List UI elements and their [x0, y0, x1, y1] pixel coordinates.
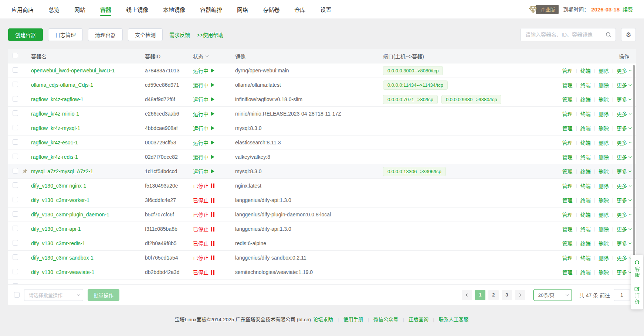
manage-link[interactable]: 管理 — [562, 211, 573, 218]
container-name-link[interactable]: ollama_cdjs-ollama_Cdjs-1 — [31, 82, 93, 88]
play-icon[interactable] — [211, 126, 214, 130]
nav-item-网站[interactable]: 网站 — [74, 0, 85, 18]
manage-link[interactable]: 管理 — [562, 225, 573, 233]
log-management-button[interactable]: 日志管理 — [48, 28, 83, 41]
terminal-link[interactable]: 终端 — [580, 139, 591, 146]
search-icon[interactable] — [601, 28, 616, 41]
more-link[interactable]: 更多 — [617, 182, 631, 189]
delete-link[interactable]: 删除 — [599, 182, 609, 189]
container-name-link[interactable]: dify_v130_c3mr-worker-1 — [31, 197, 89, 203]
terminal-link[interactable]: 终端 — [580, 211, 591, 218]
more-link[interactable]: 更多 — [617, 211, 631, 218]
terminal-link[interactable]: 终端 — [580, 225, 591, 233]
row-checkbox[interactable] — [13, 125, 18, 130]
search-input[interactable] — [521, 28, 601, 41]
row-checkbox[interactable] — [13, 182, 18, 188]
pause-icon[interactable] — [211, 270, 214, 275]
goto-page-input[interactable] — [614, 289, 630, 301]
container-name-link[interactable]: ragflow_kr4z-redis-1 — [31, 154, 78, 160]
manage-link[interactable]: 管理 — [562, 196, 573, 204]
customer-service-button[interactable]: 客服 — [634, 259, 641, 278]
footer-link[interactable]: 微信公众号 — [373, 317, 399, 322]
more-link[interactable]: 更多 — [617, 168, 631, 175]
page-button-1[interactable]: 1 — [475, 290, 485, 300]
page-size-select[interactable]: 20条/页 — [533, 289, 572, 301]
row-checkbox[interactable] — [13, 269, 18, 274]
pause-icon[interactable] — [211, 184, 214, 188]
feedback-link[interactable]: 需求反馈 — [169, 31, 190, 38]
delete-link[interactable]: 删除 — [599, 153, 609, 161]
more-link[interactable]: 更多 — [617, 153, 631, 161]
manage-link[interactable]: 管理 — [562, 268, 573, 276]
manage-link[interactable]: 管理 — [562, 96, 573, 103]
manage-link[interactable]: 管理 — [562, 283, 573, 284]
container-name-link[interactable]: dify_v130_c3mr-redis-1 — [31, 240, 85, 246]
gear-icon[interactable]: ⚙ — [621, 28, 636, 41]
row-checkbox[interactable] — [13, 197, 18, 202]
more-link[interactable]: 更多 — [617, 254, 631, 261]
row-checkbox[interactable] — [13, 254, 18, 260]
nav-item-线上镜像[interactable]: 线上镜像 — [126, 0, 148, 18]
page-button-3[interactable]: 3 — [502, 290, 512, 300]
nav-item-容器[interactable]: 容器 — [100, 0, 111, 18]
more-link[interactable]: 更多 — [617, 110, 631, 117]
play-icon[interactable] — [211, 68, 214, 73]
bulk-select-checkbox[interactable] — [14, 292, 20, 298]
container-name-link[interactable]: ragflow_kr4z-mysql-1 — [31, 125, 80, 131]
nav-item-设置[interactable]: 设置 — [320, 0, 331, 18]
terminal-link[interactable]: 终端 — [580, 67, 591, 74]
delete-link[interactable]: 删除 — [599, 81, 609, 89]
terminal-link[interactable]: 终端 — [580, 81, 591, 89]
create-container-button[interactable]: 创建容器 — [8, 28, 43, 41]
play-icon[interactable] — [211, 83, 214, 87]
delete-link[interactable]: 删除 — [599, 168, 609, 175]
page-button-2[interactable]: 2 — [488, 290, 499, 300]
pause-icon[interactable] — [211, 198, 214, 203]
container-name-link[interactable]: dify_v130_c3mr-api-1 — [31, 226, 81, 232]
play-icon[interactable] — [211, 140, 214, 145]
manage-link[interactable]: 管理 — [562, 124, 573, 132]
container-name-link[interactable]: ragflow_kr4z-minio-1 — [31, 111, 79, 117]
more-link[interactable]: 更多 — [617, 67, 631, 74]
select-all-checkbox[interactable] — [13, 53, 18, 58]
container-name-link[interactable]: ragflow_kr4z-es01-1 — [31, 140, 78, 145]
nav-item-本地镜像[interactable]: 本地镜像 — [163, 0, 185, 18]
container-name-link[interactable]: dify_v130_c3mr-nginx-1 — [31, 183, 86, 189]
row-checkbox[interactable] — [13, 211, 18, 217]
terminal-link[interactable]: 终端 — [580, 124, 591, 132]
delete-link[interactable]: 删除 — [599, 283, 609, 284]
delete-link[interactable]: 删除 — [599, 139, 609, 146]
manage-link[interactable]: 管理 — [562, 110, 573, 117]
more-link[interactable]: 更多 — [617, 283, 631, 284]
container-name-link[interactable]: ragflow_kr4z-ragflow-1 — [31, 96, 84, 102]
header-status-filter[interactable]: 状态 — [193, 52, 235, 60]
play-icon[interactable] — [211, 169, 214, 174]
more-link[interactable]: 更多 — [617, 139, 631, 146]
terminal-link[interactable]: 终端 — [580, 240, 591, 247]
row-checkbox[interactable] — [13, 168, 18, 174]
nav-item-容器编排[interactable]: 容器编排 — [200, 0, 222, 18]
nav-item-应用商店[interactable]: 应用商店 — [11, 0, 34, 18]
more-link[interactable]: 更多 — [617, 81, 631, 89]
bulk-action-button[interactable]: 批量操作 — [88, 289, 119, 301]
table-scrollbar[interactable] — [633, 65, 635, 285]
more-link[interactable]: 更多 — [617, 240, 631, 247]
terminal-link[interactable]: 终端 — [580, 254, 591, 261]
terminal-link[interactable]: 终端 — [580, 168, 591, 175]
pause-icon[interactable] — [211, 256, 214, 260]
more-link[interactable]: 更多 — [617, 96, 631, 103]
terminal-link[interactable]: 终端 — [580, 268, 591, 276]
delete-link[interactable]: 删除 — [599, 225, 609, 233]
delete-link[interactable]: 删除 — [599, 110, 609, 117]
play-icon[interactable] — [211, 155, 214, 159]
manage-link[interactable]: 管理 — [562, 168, 573, 175]
security-check-button[interactable]: 安全检测 — [128, 28, 163, 41]
bulk-action-select[interactable]: 请选择批量操作 — [24, 289, 83, 301]
more-link[interactable]: 更多 — [617, 124, 631, 132]
nav-item-总览[interactable]: 总览 — [48, 0, 60, 18]
manage-link[interactable]: 管理 — [562, 182, 573, 189]
delete-link[interactable]: 删除 — [599, 196, 609, 204]
row-checkbox[interactable] — [13, 110, 18, 116]
row-checkbox[interactable] — [13, 96, 18, 102]
review-button[interactable]: 评价 — [634, 286, 641, 305]
